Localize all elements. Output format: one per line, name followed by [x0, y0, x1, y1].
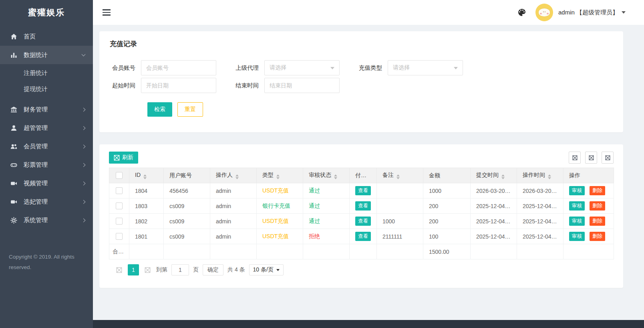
- chevron-down-icon: [276, 269, 280, 271]
- main-area: admin 【超级管理员】 充值记录 会员账号 上级代理: [93, 0, 644, 328]
- prev-page-button[interactable]: [115, 267, 124, 273]
- member-account-input[interactable]: [141, 60, 216, 75]
- cell-voucher: 查看: [350, 229, 377, 244]
- cell-account: 456456: [164, 183, 210, 198]
- cell-submit-time: 2025-12-04…: [471, 229, 517, 244]
- start-date-input[interactable]: [141, 78, 216, 93]
- bank-icon: [10, 106, 17, 113]
- cell-account: cs009: [164, 198, 210, 214]
- refresh-button[interactable]: 刷新: [109, 152, 138, 164]
- audit-button[interactable]: 审核: [569, 217, 585, 226]
- col-amount: 金额: [423, 168, 471, 183]
- cell-operator: admin: [210, 214, 257, 229]
- delete-button[interactable]: 删除: [590, 232, 605, 241]
- audit-button[interactable]: 审核: [569, 201, 585, 211]
- audit-button[interactable]: 审核: [569, 186, 585, 195]
- cell-ops: 审核 删除: [564, 214, 614, 229]
- col-operate-time[interactable]: 操作时间: [517, 168, 564, 183]
- sort-icon[interactable]: [548, 174, 551, 179]
- view-voucher-button[interactable]: 查看: [355, 201, 371, 211]
- sidebar-item-finance[interactable]: 财务管理: [0, 100, 93, 119]
- sidebar-item-xuanfei[interactable]: 选妃管理: [0, 192, 93, 211]
- goto-page-input[interactable]: [171, 264, 189, 275]
- chevron-down-icon: [330, 67, 334, 69]
- cell-voucher: 查看: [350, 198, 377, 214]
- chevron-down-icon[interactable]: [622, 11, 626, 14]
- col-id[interactable]: ID: [129, 168, 164, 183]
- copyright-text: Copyright © 2019. All rights reserved.: [0, 252, 93, 273]
- cell-remark: [377, 183, 423, 198]
- parent-agent-select[interactable]: 请选择: [264, 60, 340, 75]
- sidebar-item-members[interactable]: 会员管理: [0, 137, 93, 156]
- col-remark[interactable]: 备注: [377, 168, 423, 183]
- sidebar-item-system[interactable]: 系统管理: [0, 211, 93, 229]
- toolbar-filter-button[interactable]: [569, 152, 581, 164]
- sidebar-item-data-stats[interactable]: 数据统计: [0, 46, 93, 64]
- goto-confirm-button[interactable]: 确定: [203, 264, 223, 275]
- table-row: 1804 456456 admin USDT充值 通过 查看 1000 2026…: [109, 183, 614, 198]
- chevron-down-icon: [82, 53, 86, 57]
- reset-button[interactable]: 重置: [177, 102, 203, 117]
- sidebar-subitem-register-stats[interactable]: 注册统计: [0, 65, 93, 81]
- chevron-right-icon: [82, 126, 86, 130]
- cell-operate-time: 2026-03-20…: [517, 183, 564, 198]
- row-checkbox-cell: [109, 198, 129, 214]
- view-voucher-button[interactable]: 查看: [355, 186, 371, 195]
- next-page-button[interactable]: [143, 267, 152, 273]
- sort-icon[interactable]: [276, 174, 280, 179]
- sidebar-item-super-admin[interactable]: 超管管理: [0, 119, 93, 137]
- cell-amount: 1000: [423, 183, 471, 198]
- page-size-select[interactable]: 10 条/页: [249, 264, 284, 275]
- view-voucher-button[interactable]: 查看: [355, 232, 371, 241]
- view-voucher-button[interactable]: 查看: [355, 217, 371, 226]
- sidebar-item-lottery[interactable]: 彩票管理: [0, 156, 93, 174]
- delete-button[interactable]: 删除: [590, 217, 605, 226]
- sort-icon[interactable]: [501, 174, 505, 179]
- users-icon: [10, 143, 17, 150]
- delete-button[interactable]: 删除: [590, 201, 605, 211]
- theme-palette-icon[interactable]: [517, 8, 527, 17]
- search-button[interactable]: 检索: [147, 102, 172, 117]
- col-status[interactable]: 审核状态: [303, 168, 350, 183]
- delete-button[interactable]: 删除: [590, 186, 605, 195]
- avatar[interactable]: [535, 4, 553, 21]
- goto-suffix-label: 页: [193, 266, 199, 273]
- total-row: 合… 1500.00: [109, 244, 614, 259]
- menu-toggle-icon[interactable]: [99, 6, 114, 18]
- recharge-type-select[interactable]: 请选择: [388, 60, 463, 75]
- col-type[interactable]: 类型: [257, 168, 303, 183]
- end-date-input[interactable]: [264, 78, 340, 93]
- cell-account: cs009: [164, 214, 210, 229]
- sidebar-subitem-withdraw-stats[interactable]: 提现统计: [0, 81, 93, 97]
- current-page-button[interactable]: 1: [128, 264, 139, 275]
- select-all-checkbox[interactable]: [116, 172, 123, 179]
- row-checkbox[interactable]: [116, 187, 123, 194]
- user-menu[interactable]: admin 【超级管理员】: [558, 9, 618, 16]
- audit-button[interactable]: 审核: [569, 232, 585, 241]
- prev-page-icon: [116, 267, 122, 273]
- search-panel: 充值记录 会员账号 上级代理 请选择: [99, 31, 623, 132]
- sort-icon[interactable]: [334, 174, 337, 179]
- sidebar-item-label: 系统管理: [24, 217, 82, 224]
- sidebar-item-home[interactable]: 首页: [0, 27, 93, 46]
- sort-icon[interactable]: [143, 174, 147, 179]
- row-checkbox[interactable]: [116, 218, 123, 225]
- refresh-icon: [114, 155, 120, 161]
- cell-type: USDT充值: [257, 183, 303, 198]
- row-checkbox-cell: [109, 214, 129, 229]
- col-operator[interactable]: 操作人: [210, 168, 257, 183]
- sort-icon[interactable]: [396, 174, 400, 179]
- sidebar-item-label: 选妃管理: [24, 198, 82, 206]
- toolbar-print-button[interactable]: [602, 152, 614, 164]
- row-checkbox[interactable]: [116, 233, 123, 240]
- cell-type: 银行卡充值: [257, 198, 303, 214]
- records-table: ID 用户账号 操作人 类型 审核状态 付… 备注 金额 提交时间 操作时间 操…: [109, 168, 614, 259]
- col-submit-time[interactable]: 提交时间: [471, 168, 517, 183]
- toolbar-export-button[interactable]: [585, 152, 597, 164]
- user-icon: [10, 125, 17, 132]
- sidebar-item-video[interactable]: 视频管理: [0, 174, 93, 192]
- row-checkbox[interactable]: [116, 202, 123, 209]
- page-title: 充值记录: [110, 39, 613, 49]
- sort-icon[interactable]: [235, 174, 239, 179]
- select-placeholder: 请选择: [393, 64, 410, 71]
